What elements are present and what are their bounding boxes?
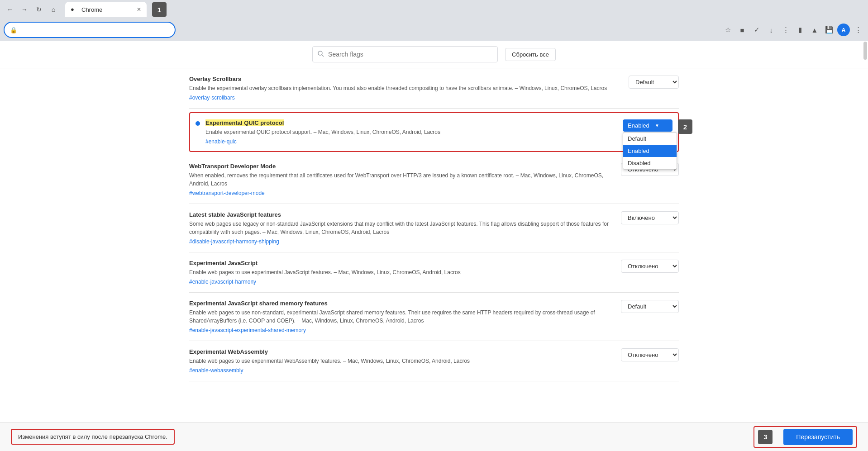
flag-content-shared-mem: Experimental JavaScript shared memory fe… [189, 300, 614, 333]
flag-select-overlay-scrollbars[interactable]: Default Enabled Disabled [629, 76, 679, 89]
search-icon [317, 50, 324, 59]
flag-dot [196, 121, 200, 126]
extension-icon-3[interactable]: ⋮ [779, 24, 792, 36]
profile-button[interactable]: A [837, 24, 850, 36]
nav-buttons: ← → ↻ ⌂ [4, 3, 60, 16]
flag-title-highlight: Experimental QUIC protocol [205, 119, 284, 126]
flag-link-quic[interactable]: #enable-quic [205, 138, 237, 145]
flag-select-shared-mem[interactable]: Default Включено Отключено [621, 300, 679, 313]
step-badge-2: 2 [678, 119, 692, 134]
flag-link-exp-js[interactable]: #enable-javascript-harmony [189, 279, 256, 285]
relaunch-wrapper: 3 Перезапустить [754, 426, 857, 448]
address-bar-wrapper[interactable]: 🔒 chrome://flags/#enable-quic [4, 22, 176, 38]
flag-item-webtransport: WebTransport Developer Mode When enabled… [189, 156, 679, 204]
scrollbar-thumb[interactable] [863, 42, 867, 60]
flag-title-js-latest: Latest stable JavaScript features [189, 211, 614, 218]
extension-icon-1[interactable]: ■ [736, 24, 749, 36]
flag-desc-wasm: Enable web pages to use experimental Web… [189, 357, 614, 365]
flag-link-wasm[interactable]: #enable-webassembly [189, 367, 243, 374]
browser-tab[interactable]: ● Chrome ✕ [65, 2, 147, 17]
extension-icon-2[interactable]: ✓ [750, 24, 763, 36]
flag-desc-quic: Enable experimental QUIC protocol suppor… [205, 128, 617, 136]
home-button[interactable]: ⌂ [47, 3, 60, 16]
search-flags-wrapper[interactable] [312, 46, 498, 62]
extension-icon-4[interactable]: ▲ [808, 24, 821, 36]
quic-dropdown-trigger[interactable]: Enabled ▼ [623, 119, 672, 132]
flag-item-js-latest: Latest stable JavaScript features Some w… [189, 204, 679, 252]
flag-title: Overlay Scrollbars [189, 76, 621, 82]
save-icon[interactable]: 💾 [823, 24, 835, 36]
menu-button[interactable]: ⋮ [852, 24, 864, 36]
flag-control-js-latest[interactable]: Default Включено Отключено [621, 211, 679, 224]
flag-content-quic: Experimental QUIC protocol Enable experi… [205, 119, 617, 145]
step-badge-3: 3 [758, 430, 773, 444]
tab-title: Chrome [81, 6, 102, 13]
flag-title-exp-js: Experimental JavaScript [189, 260, 614, 266]
flag-item-enable-quic: Experimental QUIC protocol Enable experi… [189, 112, 679, 152]
flag-item-exp-js: Experimental JavaScript Enable web pages… [189, 252, 679, 293]
quic-option-enabled[interactable]: Enabled [623, 145, 677, 157]
svg-point-0 [318, 51, 322, 55]
lock-icon: 🔒 [10, 27, 17, 33]
toolbar-icons: ☆ ■ ✓ ↓ ⋮ ▮ ▲ 💾 A ⋮ [721, 24, 864, 36]
address-bar-input[interactable]: chrome://flags/#enable-quic [20, 26, 169, 33]
bottom-message: Изменения вступят в силу после перезапус… [11, 429, 175, 445]
search-flags-input[interactable] [328, 51, 493, 58]
flag-control-exp-js[interactable]: Default Включено Отключено [621, 260, 679, 273]
flag-desc-webtransport: When enabled, removes the requirement th… [189, 171, 614, 188]
flag-content-webtransport: WebTransport Developer Mode When enabled… [189, 163, 614, 196]
flag-select-js-latest[interactable]: Default Включено Отключено [621, 211, 679, 224]
reload-button[interactable]: ↻ [33, 3, 45, 16]
relaunch-button[interactable]: Перезапустить [783, 429, 853, 445]
flag-desc-js-latest: Some web pages use legacy or non-standar… [189, 220, 614, 236]
chevron-down-icon: ▼ [655, 123, 659, 128]
back-button[interactable]: ← [4, 3, 16, 16]
flag-select-exp-js[interactable]: Default Включено Отключено [621, 260, 679, 273]
flag-content-js-latest: Latest stable JavaScript features Some w… [189, 211, 614, 245]
search-bar-row: Сбросить все [0, 41, 868, 68]
tab-close-button[interactable]: ✕ [137, 6, 141, 13]
flag-control[interactable]: Default Enabled Disabled [629, 76, 679, 89]
flag-control-wasm[interactable]: Default Включено Отключено [621, 348, 679, 361]
flag-title-webtransport: WebTransport Developer Mode [189, 163, 614, 170]
flag-link-webtransport[interactable]: #webtransport-developer-mode [189, 190, 265, 196]
step-badge-1: 1 [152, 2, 167, 17]
flags-list: Overlay Scrollbars Enable the experiment… [178, 68, 690, 418]
quic-selected-value: Enabled [628, 122, 649, 129]
flag-select-wasm[interactable]: Default Включено Отключено [621, 348, 679, 361]
flag-content-exp-js: Experimental JavaScript Enable web pages… [189, 260, 614, 285]
star-button[interactable]: ☆ [721, 24, 734, 36]
shield-icon[interactable]: ▮ [794, 24, 806, 36]
flag-content-wasm: Experimental WebAssembly Enable web page… [189, 348, 614, 374]
flag-control-shared-mem[interactable]: Default Включено Отключено [621, 300, 679, 313]
flag-link[interactable]: #overlay-scrollbars [189, 95, 235, 101]
tab-bar: ← → ↻ ⌂ ● Chrome ✕ 1 [0, 0, 868, 19]
address-bar-row: 🔒 chrome://flags/#enable-quic ☆ ■ ✓ ↓ ⋮ … [0, 19, 868, 41]
flag-title-shared-mem: Experimental JavaScript shared memory fe… [189, 300, 614, 307]
flag-item-wasm: Experimental WebAssembly Enable web page… [189, 341, 679, 381]
flag-desc-exp-js: Enable web pages to use experimental Jav… [189, 268, 614, 276]
flag-title-quic: Experimental QUIC protocol [205, 119, 617, 126]
bottom-bar: Изменения вступят в силу после перезапус… [0, 422, 868, 451]
flag-content: Overlay Scrollbars Enable the experiment… [189, 76, 621, 101]
flag-title-wasm: Experimental WebAssembly [189, 348, 614, 355]
flag-link-js-latest[interactable]: #disable-javascript-harmony-shipping [189, 238, 279, 245]
flag-desc-shared-mem: Enable web pages to use non-standard, ex… [189, 309, 614, 325]
flag-item-overlay-scrollbars: Overlay Scrollbars Enable the experiment… [189, 68, 679, 109]
forward-button[interactable]: → [18, 3, 31, 16]
quic-dropdown-options: Default Enabled Disabled [623, 132, 677, 170]
quic-option-disabled[interactable]: Disabled [623, 157, 677, 169]
download-icon[interactable]: ↓ [765, 24, 777, 36]
flag-desc: Enable the experimental overlay scrollba… [189, 84, 621, 92]
quic-option-default[interactable]: Default [623, 133, 677, 145]
flag-link-shared-mem[interactable]: #enable-javascript-experimental-shared-m… [189, 327, 306, 333]
browser-chrome: ← → ↻ ⌂ ● Chrome ✕ 1 🔒 chrome://flags/#e… [0, 0, 868, 41]
tab-favicon: ● [71, 6, 78, 13]
flag-item-shared-mem: Experimental JavaScript shared memory fe… [189, 293, 679, 341]
page-content: Сбросить все Overlay Scrollbars Enable t… [0, 41, 868, 422]
reset-all-button[interactable]: Сбросить все [505, 48, 556, 61]
svg-line-1 [322, 55, 324, 57]
flag-control-quic[interactable]: Enabled ▼ Default Enabled Disabled 2 [623, 119, 672, 132]
